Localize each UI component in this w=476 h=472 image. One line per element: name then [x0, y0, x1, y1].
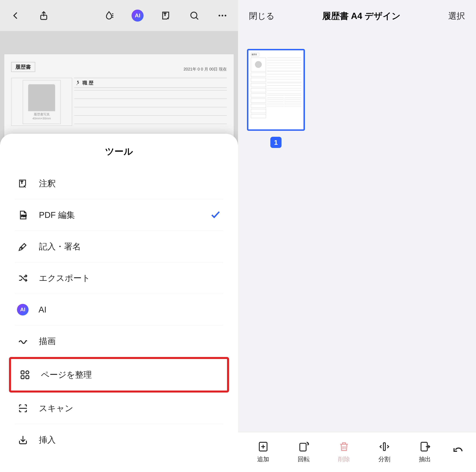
svg-text:PDF: PDF	[21, 214, 26, 217]
tool-fill-sign-label: 記入・署名	[39, 241, 81, 252]
select-button[interactable]: 選択	[448, 10, 465, 22]
tool-ai[interactable]: AI AI	[15, 294, 223, 325]
doc-date: 2021年 0 0 月 00日 現在	[184, 67, 227, 72]
tool-pdf-edit[interactable]: PDF PDF 編集	[15, 199, 223, 231]
page-number-badge: 1	[270, 137, 282, 148]
tool-scan[interactable]: スキャン	[15, 392, 223, 424]
svg-point-5	[191, 12, 197, 18]
check-icon	[210, 209, 221, 221]
pages-title: 履歴書 A4 デザイン	[322, 10, 401, 22]
svg-rect-16	[21, 376, 24, 379]
tool-pdf-edit-label: PDF 編集	[39, 209, 75, 221]
delete-button: 削除	[325, 441, 363, 463]
close-button[interactable]: 閉じる	[249, 10, 274, 22]
svg-rect-17	[26, 376, 29, 379]
doc-section-label: 職 歴	[83, 80, 93, 86]
tool-organize-highlight: ページを整理	[9, 357, 229, 392]
grid-icon	[19, 369, 31, 381]
droplet-icon[interactable]	[103, 10, 115, 21]
doc-title: 履歴書	[11, 62, 35, 72]
tool-annotate[interactable]: T 注釈	[15, 168, 223, 199]
photo-label: 履歴書写真	[34, 112, 50, 117]
svg-point-7	[219, 15, 221, 16]
tools-sheet: ツール T 注釈 PDF PDF 編集	[0, 134, 238, 472]
svg-rect-14	[21, 371, 24, 374]
split-label: 分割	[378, 455, 390, 463]
svg-rect-22	[300, 443, 306, 451]
svg-rect-15	[26, 371, 29, 374]
tool-fill-sign[interactable]: 記入・署名	[15, 231, 223, 262]
pdf-icon: PDF	[17, 209, 29, 221]
undo-button[interactable]	[446, 446, 470, 458]
ai-chip-icon: AI	[17, 304, 29, 316]
tool-draw[interactable]: 描画	[15, 325, 223, 357]
download-icon	[17, 434, 29, 446]
svg-line-6	[196, 17, 198, 19]
tool-ai-label: AI	[38, 305, 47, 315]
rotate-label: 回転	[298, 455, 310, 463]
extract-button[interactable]: 抽出	[406, 441, 444, 463]
delete-label: 削除	[338, 455, 350, 463]
add-label: 追加	[257, 455, 269, 463]
svg-point-8	[222, 15, 223, 16]
pen-nib-icon	[17, 241, 29, 253]
page-thumbnail-1[interactable]: 履歴書	[247, 49, 305, 148]
annotate-toolbar-icon[interactable]: T	[161, 10, 172, 21]
annotate-icon: T	[17, 178, 29, 189]
pages-header: 閉じる 履歴書 A4 デザイン 選択	[238, 0, 476, 32]
tool-organize-label: ページを整理	[41, 369, 92, 380]
tool-export[interactable]: エクスポート	[15, 262, 223, 294]
svg-text:T: T	[21, 180, 23, 184]
back-icon[interactable]	[10, 10, 21, 21]
tool-export-label: エクスポート	[39, 272, 90, 284]
ai-icon[interactable]: AI	[132, 10, 144, 22]
share-icon[interactable]	[38, 10, 49, 21]
split-button[interactable]: 分割	[365, 441, 404, 463]
add-page-button[interactable]: 追加	[244, 441, 282, 463]
tool-insert[interactable]: 挿入	[15, 424, 223, 456]
more-icon[interactable]	[217, 10, 228, 21]
tool-draw-label: 描画	[39, 336, 56, 347]
search-icon[interactable]	[189, 10, 200, 21]
pages-bottom-toolbar: 追加 回転 削除 分割 抽出	[238, 432, 476, 472]
svg-text:T: T	[164, 12, 166, 16]
editor-top-toolbar: AI T	[0, 0, 238, 31]
tool-annotate-label: 注釈	[39, 178, 56, 189]
sheet-title: ツール	[11, 145, 227, 158]
svg-point-10	[77, 81, 79, 82]
svg-rect-25	[384, 443, 386, 451]
svg-point-9	[225, 15, 226, 16]
extract-label: 抽出	[419, 455, 431, 463]
scribble-icon	[17, 335, 29, 347]
page-grid: 履歴書	[238, 32, 476, 432]
document-preview: 履歴書 2021年 0 0 月 00日 現在 履歴書写真 40mm×30mm 職…	[0, 31, 238, 139]
tool-scan-label: スキャン	[39, 403, 73, 414]
photo-size-label: 40mm×30mm	[32, 117, 51, 120]
shuffle-icon	[17, 272, 29, 284]
rotate-button[interactable]: 回転	[284, 441, 323, 463]
svg-point-13	[21, 247, 22, 249]
tool-insert-label: 挿入	[39, 434, 56, 445]
scan-icon	[17, 402, 29, 414]
tool-organize-pages[interactable]: ページを整理	[11, 359, 227, 390]
